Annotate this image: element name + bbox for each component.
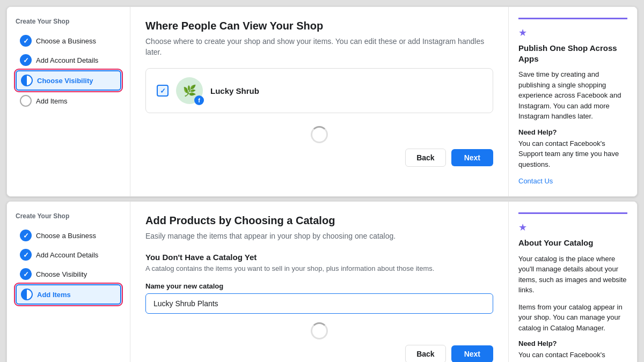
sidebar-title-2: Create Your Shop [16, 212, 121, 220]
sidebar-label-choose-business-1: Choose a Business [36, 37, 96, 45]
button-row-2: Back Next [145, 345, 493, 362]
sidebar-panel1: Create Your Shop Choose a Business Add A… [7, 7, 130, 196]
main-content-panel2: Add Products by Choosing a Catalog Easil… [130, 202, 508, 362]
right-panel-body-2a: Your catalog is the place where you'll m… [518, 254, 627, 295]
no-catalog-desc: A catalog contains the items you want to… [145, 264, 493, 274]
main-content-panel1: Where People Can View Your Shop Choose w… [130, 7, 508, 196]
sidebar-label-choose-visibility-1: Choose Visibility [37, 77, 93, 85]
check-icon-5 [20, 268, 32, 280]
sidebar-item-add-items-2[interactable]: Add Items [16, 284, 121, 305]
button-row-1: Back Next [145, 149, 493, 167]
back-button-2[interactable]: Back [405, 345, 445, 362]
main-title-1: Where People Can View Your Shop [145, 20, 493, 32]
panel-choose-visibility: Create Your Shop Choose a Business Add A… [6, 6, 638, 197]
star-icon-1: ★ [518, 27, 627, 39]
sidebar-panel2: Create Your Shop Choose a Business Add A… [7, 202, 130, 362]
loading-spinner-1 [145, 126, 493, 143]
next-button-1[interactable]: Next [451, 149, 493, 166]
no-catalog-heading: You Don't Have a Catalog Yet [145, 253, 493, 262]
panel-add-items: Create Your Shop Choose a Business Add A… [6, 201, 638, 362]
catalog-name-input[interactable] [145, 293, 493, 314]
catalog-field-label: Name your new catalog [145, 282, 493, 290]
right-panel-help-text-1: You can contact Facebook's Support team … [518, 138, 627, 170]
business-check-icon-1 [157, 85, 169, 97]
right-panel-2: ★ About Your Catalog Your catalog is the… [508, 202, 637, 362]
sidebar-item-add-items-1[interactable]: Add Items [16, 92, 121, 110]
right-panel-help-heading-1: Need Help? [518, 128, 627, 136]
sidebar-label-add-account-1: Add Account Details [36, 56, 98, 64]
check-icon-3 [20, 230, 32, 241]
divider-2 [518, 212, 627, 214]
sidebar-item-choose-visibility-2[interactable]: Choose Visibility [16, 265, 121, 283]
sidebar-item-add-account-1[interactable]: Add Account Details [16, 51, 121, 69]
right-panel-body-1: Save time by creating and publishing a s… [518, 69, 627, 122]
main-subtitle-1: Choose where to create your shop and sho… [145, 36, 493, 57]
right-panel-body-2b: Items from your catalog appear in your s… [518, 302, 627, 334]
half-circle-icon-1 [21, 75, 33, 86]
sidebar-label-choose-business-2: Choose a Business [36, 232, 96, 240]
star-icon-2: ★ [518, 221, 627, 233]
sidebar-item-add-account-2[interactable]: Add Account Details [16, 246, 121, 264]
sidebar-label-add-items-2: Add Items [37, 291, 71, 299]
business-card-1[interactable]: 🌿 f Lucky Shrub [145, 68, 493, 113]
sidebar-title-1: Create Your Shop [16, 18, 121, 25]
back-button-1[interactable]: Back [405, 149, 445, 167]
divider-1 [518, 18, 627, 19]
main-title-2: Add Products by Choosing a Catalog [145, 215, 493, 227]
right-panel-title-2: About Your Catalog [518, 238, 627, 248]
sidebar-item-choose-business-1[interactable]: Choose a Business [16, 32, 121, 50]
loading-spinner-2 [145, 322, 493, 339]
next-button-2[interactable]: Next [451, 345, 493, 362]
check-icon-4 [20, 249, 32, 261]
sidebar-label-add-items-1: Add Items [36, 97, 68, 105]
sidebar-item-choose-business-2[interactable]: Choose a Business [16, 226, 121, 245]
sidebar-label-add-account-2: Add Account Details [36, 251, 98, 259]
business-logo-1: 🌿 f [176, 77, 203, 104]
sidebar-item-choose-visibility-1[interactable]: Choose Visibility [16, 70, 121, 91]
right-panel-help-heading-2: Need Help? [518, 339, 627, 348]
half-circle-icon-2 [21, 289, 33, 300]
contact-us-link-1[interactable]: Contact Us [518, 177, 553, 185]
fb-badge-1: f [194, 95, 204, 105]
sidebar-label-choose-visibility-2: Choose Visibility [36, 270, 87, 278]
right-panel-help-text-2: You can contact Facebook's Support team … [518, 350, 627, 362]
right-panel-title-1: Publish One Shop Across Apps [518, 43, 627, 64]
check-icon-1 [20, 35, 32, 47]
check-icon-2 [20, 54, 32, 66]
business-name-1: Lucky Shrub [210, 86, 259, 95]
right-panel-1: ★ Publish One Shop Across Apps Save time… [508, 7, 637, 196]
empty-circle-icon-1 [20, 95, 32, 107]
main-subtitle-2: Easily manage the items that appear in y… [145, 231, 493, 242]
